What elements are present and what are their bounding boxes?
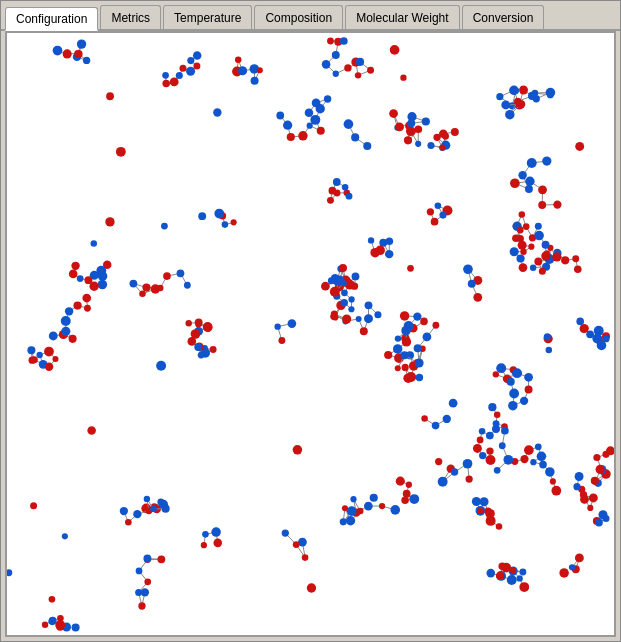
tab-temperature-label: Temperature — [174, 11, 241, 25]
tab-composition[interactable]: Composition — [254, 5, 343, 29]
tab-molecular-weight[interactable]: Molecular Weight — [345, 5, 459, 29]
tab-molecular-weight-label: Molecular Weight — [356, 11, 448, 25]
simulation-canvas-area — [5, 31, 616, 637]
tab-metrics-label: Metrics — [111, 11, 150, 25]
tab-metrics[interactable]: Metrics — [100, 5, 161, 29]
tab-conversion[interactable]: Conversion — [462, 5, 545, 29]
tab-configuration-label: Configuration — [16, 12, 87, 26]
tab-configuration[interactable]: Configuration — [5, 7, 98, 31]
tab-temperature[interactable]: Temperature — [163, 5, 252, 29]
tab-bar: Configuration Metrics Temperature Compos… — [1, 1, 620, 31]
simulation-canvas — [7, 33, 614, 635]
main-window: Configuration Metrics Temperature Compos… — [0, 0, 621, 642]
tab-conversion-label: Conversion — [473, 11, 534, 25]
tab-composition-label: Composition — [265, 11, 332, 25]
